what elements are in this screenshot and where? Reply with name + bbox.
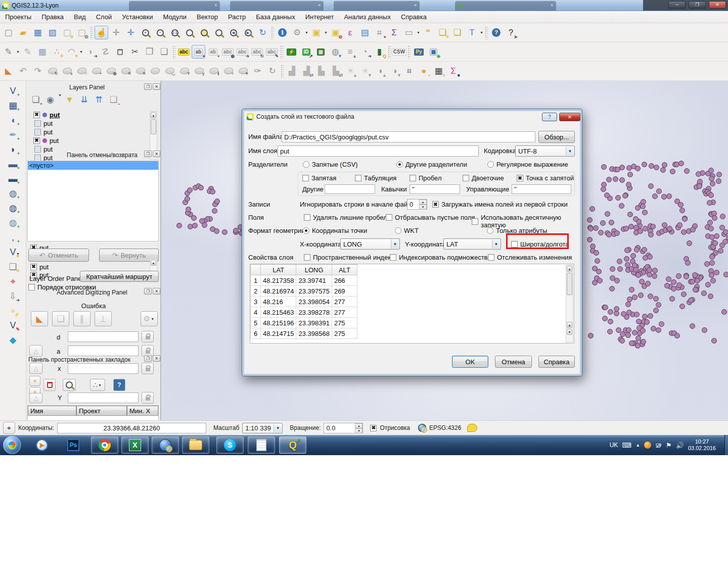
spin-down-icon[interactable]: ▼	[419, 205, 427, 210]
lock-d-button[interactable]	[142, 331, 154, 343]
layer-checkbox[interactable]	[30, 264, 37, 270]
dialog-close-button[interactable]: ✕	[559, 113, 580, 121]
remove-layer-button[interactable]: ❏−	[107, 93, 120, 107]
taskbar-qgis-browser[interactable]	[152, 436, 179, 454]
bookmarks-help-button[interactable]: ?	[113, 379, 125, 391]
zoom-to-selection-button[interactable]	[197, 26, 211, 39]
watch-file-checkbox-row[interactable]: Отслеживать изменения	[488, 254, 572, 261]
toggle-editing-button[interactable]: ✎	[21, 45, 34, 59]
taskbar-skype[interactable]: S	[216, 436, 244, 454]
menu-2[interactable]: Правка	[36, 12, 69, 22]
other-delims-input[interactable]	[325, 184, 375, 194]
comma-checkbox[interactable]	[302, 175, 309, 181]
decrease-brightness-button[interactable]: ☀▼	[358, 64, 372, 78]
add-part-button[interactable]: +	[89, 64, 103, 78]
close-panel-button[interactable]: ✕	[153, 288, 160, 295]
current-edits-button[interactable]: ✎	[2, 45, 15, 59]
cad-field-a-input[interactable]	[68, 346, 139, 356]
taskbar-qgis[interactable]: Q	[279, 436, 306, 454]
change-label-properties-button[interactable]: abc✎	[265, 45, 279, 59]
move-feature-button[interactable]: ◗➔	[84, 45, 98, 59]
network-icon[interactable]: 🖳	[655, 442, 662, 449]
local-cumulative-stretch-button[interactable]: ▙	[314, 64, 328, 78]
simplify-feature-button[interactable]: s	[60, 64, 74, 78]
trim-checkbox[interactable]	[304, 214, 310, 221]
preview-col-lat[interactable]: LAT	[261, 265, 296, 275]
zoom-native-button[interactable]: 1:1	[168, 26, 181, 39]
zoom-last-button[interactable]: ◀	[226, 26, 240, 39]
close-panel-button[interactable]: ✕	[153, 355, 160, 362]
minimize-button[interactable]: ─	[668, 1, 686, 9]
cad-field-d-input[interactable]	[68, 331, 139, 342]
add-group-button[interactable]: ❏+	[29, 93, 42, 107]
layer-visibility-checkbox[interactable]	[33, 137, 40, 144]
zoom-bookmark-button[interactable]	[63, 379, 76, 391]
tray-clock[interactable]: 10:27 03.02.2016	[688, 438, 716, 452]
collapse-all-button[interactable]: ⇈	[92, 93, 106, 107]
space-checkbox-row[interactable]: Пробел	[410, 174, 442, 182]
file-name-input[interactable]: D:/Practics_QGIS/googlqgis/put.csv	[282, 131, 535, 142]
merge-features-button[interactable]: ≬	[207, 64, 220, 78]
full-histogram-stretch-button[interactable]: ▟⇄	[300, 64, 313, 78]
pan-map-button[interactable]: ✛	[109, 26, 123, 39]
increase-brightness-button[interactable]: ☀▲	[344, 64, 357, 78]
start-button[interactable]	[3, 436, 21, 454]
preview-row[interactable]: 248.21697423.397575269	[251, 286, 357, 297]
filter-legend-button[interactable]: ▼	[63, 93, 76, 107]
spin-down-icon[interactable]: ▼	[355, 428, 362, 433]
zoom-out-button[interactable]: −	[153, 26, 167, 39]
menu-1[interactable]: Проекты	[0, 12, 36, 22]
tab-checkbox[interactable]	[355, 175, 361, 181]
select-by-expression-button[interactable]: ε	[343, 26, 357, 39]
raster-footprint-button[interactable]: ▦	[314, 45, 328, 59]
add-wfs-layer-button[interactable]: ◍+	[6, 216, 20, 229]
menu-5[interactable]: Установки	[117, 12, 158, 22]
menu-8[interactable]: Растр	[223, 12, 251, 22]
scroll-up-button[interactable]: ▲	[151, 260, 156, 266]
maximize-button[interactable]: ❐	[689, 1, 706, 9]
add-mssql-layer-button[interactable]: ◗+	[6, 142, 20, 156]
subset-index-checkbox[interactable]	[390, 254, 396, 261]
reshape-features-button[interactable]	[148, 64, 162, 78]
refresh-map-button[interactable]: ↻	[256, 26, 269, 39]
cad-settings-button[interactable]: ⚙▾	[141, 311, 158, 326]
delete-bookmark-button[interactable]	[43, 379, 56, 391]
show-hide-labels-button[interactable]: abc◉	[221, 45, 235, 59]
header-checkbox[interactable]	[432, 201, 439, 208]
help-button[interactable]: Справка	[538, 356, 575, 368]
layer-row[interactable]: put	[33, 119, 154, 127]
y-coord-select[interactable]: LAT▼	[443, 238, 501, 250]
spin-up-icon[interactable]: ▲	[355, 423, 362, 428]
add-db2-layer-button[interactable]: ▬+	[6, 172, 20, 185]
db-manager-button[interactable]: ▮Q	[373, 45, 386, 59]
scroll-thumb[interactable]	[151, 119, 156, 134]
add-wms-layer-button[interactable]: ◍+	[6, 186, 20, 200]
layer-row[interactable]: put	[33, 111, 154, 119]
discard-checkbox[interactable]	[386, 214, 392, 221]
radio-regex[interactable]: Регулярное выражение	[487, 161, 568, 168]
zoom-in-button[interactable]: +	[139, 26, 152, 39]
decimal-checkbox[interactable]	[472, 218, 478, 225]
trim-checkbox-row[interactable]: Удалять лишние пробелы	[304, 214, 392, 221]
fill-ring-button[interactable]: ◍	[104, 64, 118, 78]
preview-vscrollbar[interactable]: ▲ ▲ ▼	[566, 265, 573, 343]
current-edits-dropdown-icon[interactable]: ▾	[16, 50, 20, 54]
plugin-toggle-button[interactable]: ⚡	[285, 45, 298, 59]
skip-lines-spinner[interactable]: 0▲▼	[407, 199, 427, 210]
perpendicular-constraint-button[interactable]: ⊥	[95, 311, 112, 326]
open-attribute-table-button[interactable]: ▤	[358, 26, 372, 39]
undo-button[interactable]: ↶Отменить	[28, 249, 89, 262]
rotate-point-symbols-button[interactable]: ✶	[236, 64, 250, 78]
add-raster-layer-button[interactable]: ▦+	[6, 99, 20, 112]
comma-checkbox-row[interactable]: Запятая	[302, 174, 336, 182]
id-editor-button[interactable]: iD➚	[299, 45, 313, 59]
touch-zoom-button[interactable]: ☝	[95, 26, 108, 39]
add-wcs-layer-button[interactable]: ◍+	[6, 201, 20, 215]
bookmarks-col-name[interactable]: Имя	[28, 406, 76, 416]
lock-x-button[interactable]	[142, 363, 154, 374]
layer-visibility-checkbox[interactable]	[33, 112, 40, 118]
float-panel-button[interactable]: ❐	[144, 151, 152, 157]
zoom-full-button[interactable]	[183, 26, 196, 39]
parallel-constraint-button[interactable]: ∥	[73, 311, 90, 326]
new-shapefile-layer-dropdown-icon[interactable]: ▾	[16, 252, 20, 256]
